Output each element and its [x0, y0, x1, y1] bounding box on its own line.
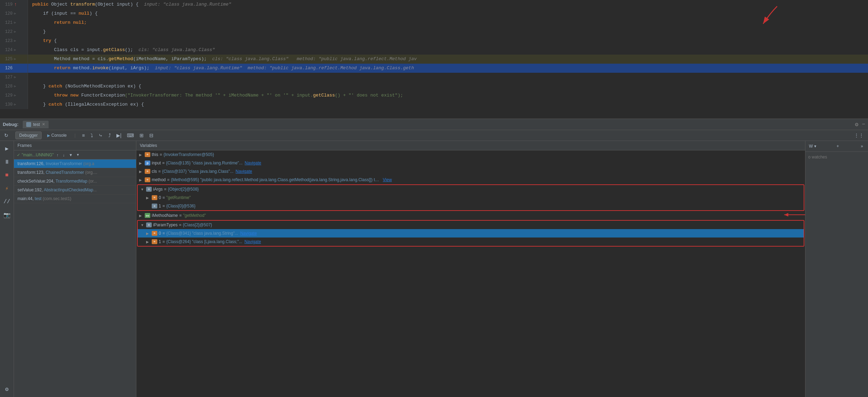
frame-down-button[interactable]: ↓ [61, 152, 66, 158]
frame-item-0[interactable]: transform:126, InvokerTransformer (org.a [14, 159, 136, 168]
pin-icon: ⊳ [14, 102, 16, 107]
step-over-button[interactable]: ⤵ [89, 132, 94, 139]
debugger-tab[interactable]: Debugger [15, 132, 42, 139]
navigate-link-cls[interactable]: Navigate [236, 169, 252, 174]
settings-gear-icon[interactable]: ⚙ [855, 121, 859, 128]
resume-icon[interactable]: ▶ [2, 144, 12, 154]
line-number: 127 [3, 75, 13, 80]
minimize-icon[interactable]: − [862, 121, 865, 128]
expand-icon[interactable]: ▶ [146, 196, 152, 200]
line-number: 128 [3, 84, 13, 89]
expand-icon[interactable]: ▶ [139, 170, 145, 173]
console-tab[interactable]: ▶ Console [44, 132, 70, 139]
navigate-link-0[interactable]: Navigate [240, 231, 257, 236]
expand-icon[interactable]: ▶ [139, 214, 145, 218]
code-line-127: 127 ⊳ [0, 73, 868, 82]
expand-icon[interactable]: ▶ [139, 178, 145, 182]
var-item-cls[interactable]: ▶ = cls = {Class@337} "class java.lang.C… [136, 167, 805, 176]
frame-up-button[interactable]: ↑ [55, 152, 60, 158]
code-line-129: 129 ⊳ throw new FunctorException("Invoke… [0, 91, 868, 100]
var-type-icon: ≡ [146, 187, 152, 192]
navigate-link-input[interactable]: Navigate [245, 161, 261, 165]
restart-button[interactable]: ↻ [3, 132, 10, 139]
pin-icon: ⊳ [14, 93, 16, 98]
var-item-method[interactable]: ▶ = method = {Method@595} "public java.l… [136, 176, 805, 184]
pin-icon: ⊳ [14, 57, 16, 61]
show-execution-point-button[interactable]: ≡ [81, 132, 86, 139]
expand-icon[interactable]: ▼ [141, 223, 146, 227]
var-item-iparamtypes[interactable]: ▼ ≡ iParamTypes = {Class[2]@507} [138, 221, 804, 229]
var-type-icon: = [152, 239, 157, 244]
breakpoint-arrow-icon: ↑ [14, 2, 17, 7]
var-type-icon: = [152, 231, 157, 236]
debug-tab-bar: Debug: test ✕ ⚙ − [0, 119, 868, 130]
var-item-imethodname[interactable]: ▶ oo iMethodName = "getMethod" [136, 211, 805, 220]
frame-filter-label: "main...UNNING" [22, 153, 54, 157]
pause-icon[interactable]: ⏸ [2, 157, 12, 167]
tab-close-icon[interactable]: ✕ [42, 122, 45, 127]
run-to-cursor-button[interactable]: ▶| [115, 132, 123, 139]
expand-icon[interactable]: ▼ [141, 187, 146, 191]
step-out-button[interactable]: ⤴ [107, 132, 112, 139]
debug-toolbar: ↻ Debugger ▶ Console | ≡ ⤵ ⤷ ⤴ ▶| ⌨ ⊞ ⊟ … [0, 130, 868, 141]
expand-icon[interactable]: ▶ [146, 232, 152, 235]
add-watch-button[interactable]: + [835, 143, 840, 149]
var-item-this[interactable]: ▶ = this = {InvokerTransformer@505} [136, 150, 805, 159]
var-type-icon: oo [145, 213, 150, 218]
evaluate-button[interactable]: ⌨ [125, 132, 135, 139]
pin-icon: ⊳ [14, 39, 16, 43]
frame-item-4[interactable]: main:44, test (com.sec.test1) [14, 194, 136, 203]
expand-icon[interactable]: ▶ [139, 161, 145, 165]
step-into-button[interactable]: ⤷ [97, 132, 104, 139]
code-content-127 [28, 73, 868, 82]
expand-watch-button[interactable]: » [859, 143, 865, 149]
code-line-128: 128 ⊳ } catch (NoSuchMethodException ex)… [0, 82, 868, 91]
watch-label: W ▾ [809, 144, 816, 149]
frames-header: Frames [14, 141, 136, 150]
line-number: 124 [3, 48, 13, 52]
pin-icon: ⊳ [14, 21, 16, 25]
settings-sidebar-icon[interactable]: ⚙ [2, 384, 12, 394]
frame-filter-button[interactable]: ▼ [67, 152, 74, 158]
frame-item-1[interactable]: transform:123, ChainedTransformer (org..… [14, 168, 136, 177]
table-button[interactable]: ⊞ [138, 132, 145, 139]
line-number: 121 [3, 20, 13, 25]
watch-header: W ▾ + » [805, 141, 868, 152]
code-line-124: 124 ⊳ Class cls = input.getClass(); cls:… [0, 45, 868, 55]
more-options-button[interactable]: ⋮⋮ [853, 132, 865, 139]
expand-icon[interactable]: ▶ [146, 240, 152, 244]
mute-icon[interactable]: ⚡ [2, 184, 12, 193]
stop-icon[interactable]: ■ [2, 170, 12, 180]
code-line-125: 125 ⊳ Method method = cls.getMethod(iMet… [0, 55, 868, 64]
debug-tab-test[interactable]: test ✕ [23, 121, 49, 128]
pin-icon: ⊳ [14, 48, 16, 52]
settings-button[interactable]: ⊟ [148, 132, 155, 139]
code-line-122: 122 ⊳ } [0, 27, 868, 36]
var-item-iargs-0[interactable]: ▶ = 0 = "getRuntime" [138, 193, 804, 202]
view-link-method[interactable]: View [383, 177, 392, 182]
line-gutter-120: 120 ⊳ [0, 9, 28, 18]
code-line-123: 123 ⊳ try { [0, 36, 868, 45]
pin-icon: ⊳ [14, 30, 16, 34]
navigate-link-1[interactable]: Navigate [244, 239, 261, 244]
step-icon[interactable]: // [2, 197, 12, 207]
var-item-iargs-1[interactable]: ≡ 1 = {Class[0]@536} [138, 202, 804, 210]
frames-panel: Frames ✓ "main...UNNING" ↑ ↓ ▼ ▾ transfo… [14, 141, 136, 397]
var-item-input[interactable]: ▶ p input = {Class@135} "class java.lang… [136, 159, 805, 167]
code-content-129: throw new FunctorException("InvokerTrans… [28, 91, 868, 100]
frame-item-2[interactable]: checkSetValue:204, TransformedMap (or... [14, 177, 136, 186]
var-item-iparamtypes-1[interactable]: ▶ = 1 = {Class@264} "class [Ljava.lang.C… [138, 238, 804, 246]
var-item-iparamtypes-0[interactable]: ▶ = 0 = {Class@341} "class java.lang.Str… [138, 229, 804, 238]
variables-panel: Variables ▶ = this = {InvokerTransformer… [136, 141, 805, 397]
frame-more-button[interactable]: ▾ [76, 152, 80, 158]
line-number: 130 [3, 102, 13, 107]
frame-item-3[interactable]: setValue:192, AbstractInputCheckedMap... [14, 186, 136, 194]
var-type-icon: ≡ [146, 222, 152, 227]
camera-icon[interactable]: 📷 [2, 210, 12, 220]
expand-icon[interactable]: ▶ [139, 153, 145, 157]
debug-panel: Debug: test ✕ ⚙ − ↻ Debugger ▶ Console |… [0, 119, 868, 397]
line-number: 119 [3, 2, 13, 7]
tab-file-icon [26, 122, 31, 127]
var-item-iargs[interactable]: ▼ ≡ iArgs = {Object[2]@508} [138, 185, 804, 193]
var-type-icon: ≡ [152, 204, 157, 208]
